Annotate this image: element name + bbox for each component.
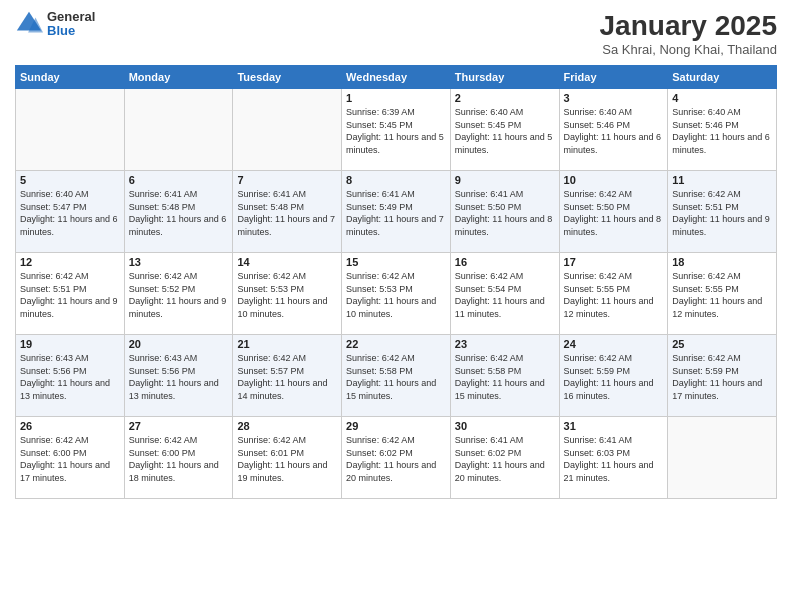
day-info: Sunrise: 6:40 AM Sunset: 5:45 PM Dayligh… xyxy=(455,106,555,156)
calendar-cell: 18Sunrise: 6:42 AM Sunset: 5:55 PM Dayli… xyxy=(668,253,777,335)
calendar-week-5: 26Sunrise: 6:42 AM Sunset: 6:00 PM Dayli… xyxy=(16,417,777,499)
month-title: January 2025 xyxy=(600,10,777,42)
calendar-cell xyxy=(124,89,233,171)
calendar-week-3: 12Sunrise: 6:42 AM Sunset: 5:51 PM Dayli… xyxy=(16,253,777,335)
weekday-header-thursday: Thursday xyxy=(450,66,559,89)
weekday-header-friday: Friday xyxy=(559,66,668,89)
day-info: Sunrise: 6:42 AM Sunset: 5:55 PM Dayligh… xyxy=(564,270,664,320)
calendar-cell: 22Sunrise: 6:42 AM Sunset: 5:58 PM Dayli… xyxy=(342,335,451,417)
calendar-cell: 30Sunrise: 6:41 AM Sunset: 6:02 PM Dayli… xyxy=(450,417,559,499)
day-info: Sunrise: 6:42 AM Sunset: 5:59 PM Dayligh… xyxy=(564,352,664,402)
day-info: Sunrise: 6:43 AM Sunset: 5:56 PM Dayligh… xyxy=(20,352,120,402)
calendar-cell: 14Sunrise: 6:42 AM Sunset: 5:53 PM Dayli… xyxy=(233,253,342,335)
calendar-cell: 31Sunrise: 6:41 AM Sunset: 6:03 PM Dayli… xyxy=(559,417,668,499)
weekday-header-tuesday: Tuesday xyxy=(233,66,342,89)
day-number: 4 xyxy=(672,92,772,104)
calendar-cell xyxy=(16,89,125,171)
calendar-table: SundayMondayTuesdayWednesdayThursdayFrid… xyxy=(15,65,777,499)
day-info: Sunrise: 6:42 AM Sunset: 5:54 PM Dayligh… xyxy=(455,270,555,320)
location-subtitle: Sa Khrai, Nong Khai, Thailand xyxy=(600,42,777,57)
calendar-cell: 5Sunrise: 6:40 AM Sunset: 5:47 PM Daylig… xyxy=(16,171,125,253)
day-number: 21 xyxy=(237,338,337,350)
page: General Blue January 2025 Sa Khrai, Nong… xyxy=(0,0,792,612)
weekday-header-wednesday: Wednesday xyxy=(342,66,451,89)
day-number: 20 xyxy=(129,338,229,350)
calendar-cell: 19Sunrise: 6:43 AM Sunset: 5:56 PM Dayli… xyxy=(16,335,125,417)
logo-general-text: General xyxy=(47,10,95,24)
day-info: Sunrise: 6:42 AM Sunset: 6:00 PM Dayligh… xyxy=(20,434,120,484)
calendar-week-4: 19Sunrise: 6:43 AM Sunset: 5:56 PM Dayli… xyxy=(16,335,777,417)
day-number: 12 xyxy=(20,256,120,268)
calendar-cell xyxy=(668,417,777,499)
calendar-week-1: 1Sunrise: 6:39 AM Sunset: 5:45 PM Daylig… xyxy=(16,89,777,171)
calendar-cell: 6Sunrise: 6:41 AM Sunset: 5:48 PM Daylig… xyxy=(124,171,233,253)
day-number: 17 xyxy=(564,256,664,268)
day-info: Sunrise: 6:41 AM Sunset: 6:03 PM Dayligh… xyxy=(564,434,664,484)
calendar-cell: 7Sunrise: 6:41 AM Sunset: 5:48 PM Daylig… xyxy=(233,171,342,253)
day-number: 10 xyxy=(564,174,664,186)
day-info: Sunrise: 6:42 AM Sunset: 5:53 PM Dayligh… xyxy=(346,270,446,320)
day-number: 30 xyxy=(455,420,555,432)
weekday-header-saturday: Saturday xyxy=(668,66,777,89)
day-number: 27 xyxy=(129,420,229,432)
day-number: 2 xyxy=(455,92,555,104)
calendar-cell: 10Sunrise: 6:42 AM Sunset: 5:50 PM Dayli… xyxy=(559,171,668,253)
day-number: 29 xyxy=(346,420,446,432)
day-number: 7 xyxy=(237,174,337,186)
header: General Blue January 2025 Sa Khrai, Nong… xyxy=(15,10,777,57)
day-info: Sunrise: 6:42 AM Sunset: 6:00 PM Dayligh… xyxy=(129,434,229,484)
calendar-cell: 23Sunrise: 6:42 AM Sunset: 5:58 PM Dayli… xyxy=(450,335,559,417)
calendar-cell: 17Sunrise: 6:42 AM Sunset: 5:55 PM Dayli… xyxy=(559,253,668,335)
day-number: 22 xyxy=(346,338,446,350)
calendar-cell: 16Sunrise: 6:42 AM Sunset: 5:54 PM Dayli… xyxy=(450,253,559,335)
day-info: Sunrise: 6:42 AM Sunset: 5:51 PM Dayligh… xyxy=(672,188,772,238)
calendar-cell: 26Sunrise: 6:42 AM Sunset: 6:00 PM Dayli… xyxy=(16,417,125,499)
calendar-cell: 28Sunrise: 6:42 AM Sunset: 6:01 PM Dayli… xyxy=(233,417,342,499)
calendar-cell xyxy=(233,89,342,171)
day-info: Sunrise: 6:42 AM Sunset: 5:55 PM Dayligh… xyxy=(672,270,772,320)
logo: General Blue xyxy=(15,10,95,39)
day-number: 19 xyxy=(20,338,120,350)
day-number: 24 xyxy=(564,338,664,350)
day-number: 5 xyxy=(20,174,120,186)
calendar-cell: 20Sunrise: 6:43 AM Sunset: 5:56 PM Dayli… xyxy=(124,335,233,417)
day-number: 25 xyxy=(672,338,772,350)
calendar-cell: 13Sunrise: 6:42 AM Sunset: 5:52 PM Dayli… xyxy=(124,253,233,335)
day-info: Sunrise: 6:41 AM Sunset: 5:49 PM Dayligh… xyxy=(346,188,446,238)
day-number: 26 xyxy=(20,420,120,432)
calendar-cell: 12Sunrise: 6:42 AM Sunset: 5:51 PM Dayli… xyxy=(16,253,125,335)
day-info: Sunrise: 6:41 AM Sunset: 5:50 PM Dayligh… xyxy=(455,188,555,238)
day-number: 8 xyxy=(346,174,446,186)
day-number: 9 xyxy=(455,174,555,186)
calendar-week-2: 5Sunrise: 6:40 AM Sunset: 5:47 PM Daylig… xyxy=(16,171,777,253)
calendar-cell: 25Sunrise: 6:42 AM Sunset: 5:59 PM Dayli… xyxy=(668,335,777,417)
day-info: Sunrise: 6:42 AM Sunset: 6:01 PM Dayligh… xyxy=(237,434,337,484)
calendar-cell: 2Sunrise: 6:40 AM Sunset: 5:45 PM Daylig… xyxy=(450,89,559,171)
day-info: Sunrise: 6:42 AM Sunset: 5:53 PM Dayligh… xyxy=(237,270,337,320)
calendar-cell: 27Sunrise: 6:42 AM Sunset: 6:00 PM Dayli… xyxy=(124,417,233,499)
day-info: Sunrise: 6:42 AM Sunset: 5:51 PM Dayligh… xyxy=(20,270,120,320)
logo-icon xyxy=(15,10,43,38)
calendar-cell: 11Sunrise: 6:42 AM Sunset: 5:51 PM Dayli… xyxy=(668,171,777,253)
day-info: Sunrise: 6:40 AM Sunset: 5:46 PM Dayligh… xyxy=(564,106,664,156)
day-info: Sunrise: 6:42 AM Sunset: 5:57 PM Dayligh… xyxy=(237,352,337,402)
day-number: 1 xyxy=(346,92,446,104)
day-number: 15 xyxy=(346,256,446,268)
day-info: Sunrise: 6:40 AM Sunset: 5:47 PM Dayligh… xyxy=(20,188,120,238)
weekday-header-monday: Monday xyxy=(124,66,233,89)
day-number: 11 xyxy=(672,174,772,186)
day-info: Sunrise: 6:42 AM Sunset: 5:58 PM Dayligh… xyxy=(455,352,555,402)
title-block: January 2025 Sa Khrai, Nong Khai, Thaila… xyxy=(600,10,777,57)
day-number: 6 xyxy=(129,174,229,186)
logo-blue-text: Blue xyxy=(47,24,95,38)
calendar-cell: 29Sunrise: 6:42 AM Sunset: 6:02 PM Dayli… xyxy=(342,417,451,499)
day-info: Sunrise: 6:42 AM Sunset: 6:02 PM Dayligh… xyxy=(346,434,446,484)
day-info: Sunrise: 6:41 AM Sunset: 5:48 PM Dayligh… xyxy=(237,188,337,238)
day-info: Sunrise: 6:41 AM Sunset: 5:48 PM Dayligh… xyxy=(129,188,229,238)
day-info: Sunrise: 6:43 AM Sunset: 5:56 PM Dayligh… xyxy=(129,352,229,402)
calendar-cell: 8Sunrise: 6:41 AM Sunset: 5:49 PM Daylig… xyxy=(342,171,451,253)
day-number: 14 xyxy=(237,256,337,268)
day-info: Sunrise: 6:41 AM Sunset: 6:02 PM Dayligh… xyxy=(455,434,555,484)
calendar-cell: 15Sunrise: 6:42 AM Sunset: 5:53 PM Dayli… xyxy=(342,253,451,335)
day-info: Sunrise: 6:42 AM Sunset: 5:52 PM Dayligh… xyxy=(129,270,229,320)
